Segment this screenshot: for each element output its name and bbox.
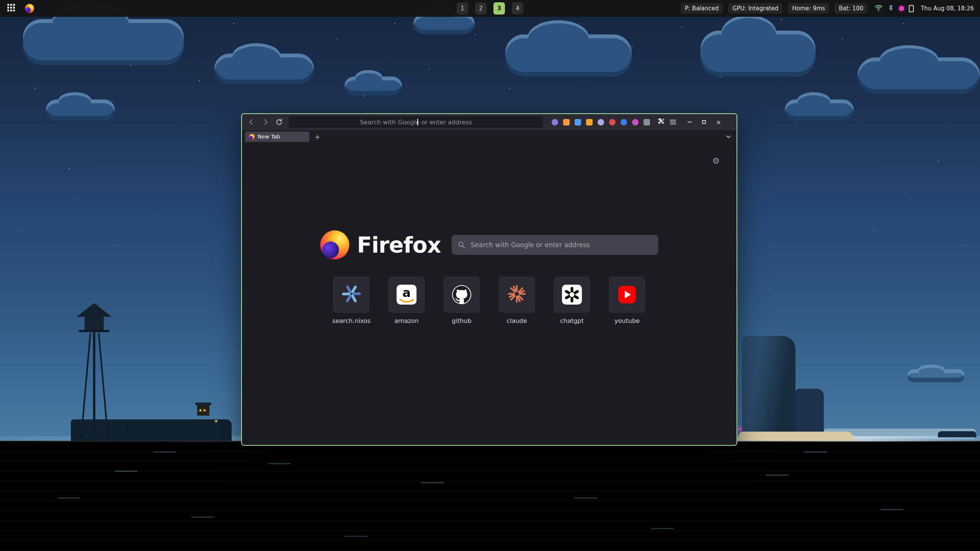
extension-icon-4[interactable] [586, 119, 593, 126]
extension-icon-5[interactable] [598, 119, 604, 126]
extension-icon-8[interactable] [632, 119, 639, 126]
reload-button[interactable] [273, 116, 285, 128]
gpu-module[interactable]: GPU: Integrated [728, 3, 782, 14]
battery-module[interactable]: Bat: 100 [835, 3, 867, 14]
youtube-icon [618, 286, 636, 303]
tab-title: New Tab [258, 134, 280, 140]
wallpaper-beach [739, 432, 854, 441]
shortcut-amazon[interactable]: a amazon [388, 276, 425, 324]
tab-bar: New Tab + [242, 130, 737, 143]
text-caret [417, 119, 418, 126]
extension-icon-2[interactable] [563, 119, 570, 126]
wallpaper-hut [197, 405, 209, 416]
extension-icon-3[interactable] [575, 119, 581, 126]
workspace-switcher: 1 2 3 4 [457, 0, 523, 17]
extension-icon-6[interactable] [609, 119, 616, 126]
workspace-3-active[interactable]: 3 [493, 2, 505, 15]
tab-favicon-firefox-icon [249, 134, 255, 140]
list-all-tabs-button[interactable] [724, 132, 733, 142]
device-icon[interactable] [909, 5, 914, 12]
cloud [785, 99, 854, 121]
close-button[interactable]: × [714, 118, 723, 126]
shortcut-github[interactable]: github [443, 276, 480, 324]
shortcut-label: github [452, 317, 471, 324]
hut-light [204, 409, 206, 411]
maximize-icon [702, 120, 706, 124]
firefox-launcher-button[interactable] [24, 3, 35, 14]
wallpaper-hut-roof [195, 403, 211, 405]
tile [443, 276, 480, 313]
back-button[interactable] [246, 116, 257, 128]
extension-icon-9[interactable] [644, 119, 650, 126]
power-profile-module[interactable]: P: Balanced [681, 3, 723, 14]
wallpaper-islet [938, 431, 976, 437]
wallpaper-sea-texture [0, 441, 980, 551]
urlbar-input[interactable] [289, 116, 543, 128]
forward-button[interactable] [260, 116, 271, 128]
search-icon [457, 241, 465, 249]
personalize-gear-icon[interactable]: ⚙ [712, 156, 720, 166]
amazon-icon: a [397, 285, 416, 305]
bluetooth-icon[interactable] [887, 4, 894, 13]
shortcut-label: amazon [394, 317, 419, 324]
clock[interactable]: Thu Aug 08, 18:26 [921, 5, 975, 12]
menu-hamburger-icon[interactable] [670, 122, 676, 122]
tab-new-tab[interactable]: New Tab [245, 132, 309, 142]
cloud [858, 57, 980, 94]
statusbar-icons [873, 4, 915, 13]
wallpaper-rock-small [795, 389, 824, 435]
tile [554, 276, 590, 313]
tile [609, 276, 645, 313]
newtab-search-field [451, 235, 658, 255]
statusbar-left [0, 3, 35, 14]
chatgpt-icon [562, 285, 582, 305]
minimize-button[interactable] [685, 118, 694, 126]
shortcut-claude[interactable]: claude [498, 276, 536, 324]
latency-module[interactable]: Home: 9ms [788, 3, 829, 14]
workspace-1[interactable]: 1 [457, 2, 468, 15]
extension-icon-1[interactable] [552, 119, 558, 126]
statusbar: 1 2 3 4 P: Balanced GPU: Integrated Home… [0, 0, 980, 17]
cloud [214, 54, 314, 84]
new-tab-button[interactable]: + [312, 132, 322, 142]
urlbar [289, 116, 543, 128]
newtab-search-input[interactable] [451, 235, 658, 255]
magenta-indicator-icon[interactable] [899, 6, 904, 11]
tile [498, 276, 535, 313]
cloud [345, 77, 402, 96]
dock-post [107, 422, 109, 434]
wallpaper-rock-island [742, 336, 795, 435]
island-beacon-light [738, 427, 742, 430]
wifi-icon[interactable] [874, 4, 883, 13]
firefox-wordmark: Firefox [357, 234, 441, 256]
workspace-4[interactable]: 4 [512, 2, 523, 15]
shortcut-search-nixos[interactable]: search.nixos [333, 276, 370, 324]
shortcut-chatgpt[interactable]: chatgpt [553, 276, 591, 324]
extensions-puzzle-icon[interactable] [658, 118, 665, 126]
cloud [701, 31, 815, 77]
shortcut-youtube[interactable]: youtube [608, 276, 646, 324]
shortcut-label: youtube [614, 317, 640, 324]
shortcut-label: claude [506, 317, 527, 324]
maximize-button[interactable] [700, 118, 708, 126]
shortcut-label: chatgpt [560, 317, 584, 324]
shortcut-label: search.nixos [332, 317, 371, 324]
minimize-icon [688, 122, 692, 122]
toolbar-menus [658, 118, 676, 126]
watchtower-cabin [85, 317, 104, 331]
watchtower-pole [93, 318, 95, 437]
extension-icon-7[interactable] [621, 119, 627, 126]
workspace-2[interactable]: 2 [475, 2, 487, 15]
github-icon [452, 285, 471, 304]
window-controls: × [685, 118, 723, 126]
path-light [215, 420, 217, 422]
app-launcher-button[interactable] [5, 3, 17, 14]
cloud [46, 99, 115, 121]
apps-grid-icon [7, 3, 15, 13]
firefox-icon [25, 4, 34, 13]
firefox-window: × New Tab + ⚙ Firefox [241, 113, 737, 446]
dock-post [117, 422, 118, 434]
browser-toolbar: × [242, 114, 737, 130]
cloud [23, 19, 184, 65]
claude-icon [507, 284, 526, 305]
